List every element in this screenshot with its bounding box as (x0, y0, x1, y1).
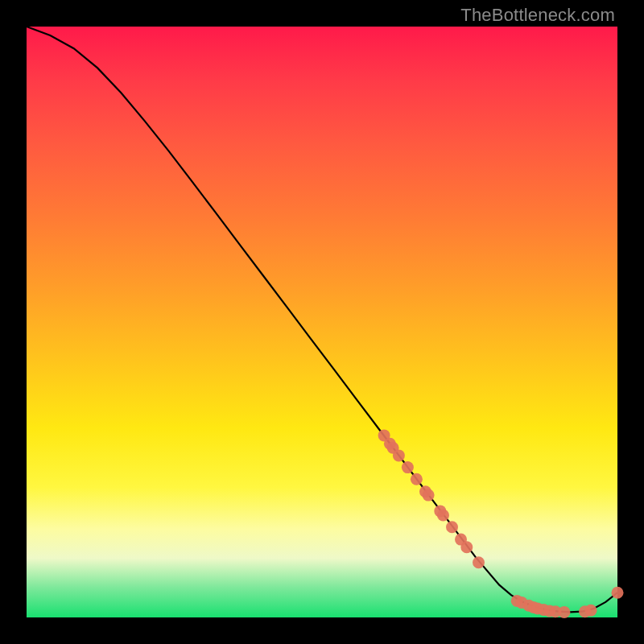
chart-frame: TheBottleneck.com (0, 0, 644, 644)
bottleneck-curve (27, 27, 617, 612)
data-marker (393, 449, 405, 461)
data-marker (473, 556, 485, 568)
data-marker (402, 461, 414, 473)
data-marker (558, 606, 570, 618)
data-markers (378, 429, 624, 618)
curve-svg (27, 27, 617, 617)
watermark-text: TheBottleneck.com (460, 5, 615, 26)
data-marker (446, 521, 458, 533)
data-marker (612, 587, 624, 599)
data-marker (437, 510, 449, 522)
data-marker (411, 473, 423, 485)
data-marker (460, 541, 473, 553)
data-marker (585, 605, 597, 617)
data-marker (423, 489, 435, 502)
plot-area (27, 27, 617, 617)
